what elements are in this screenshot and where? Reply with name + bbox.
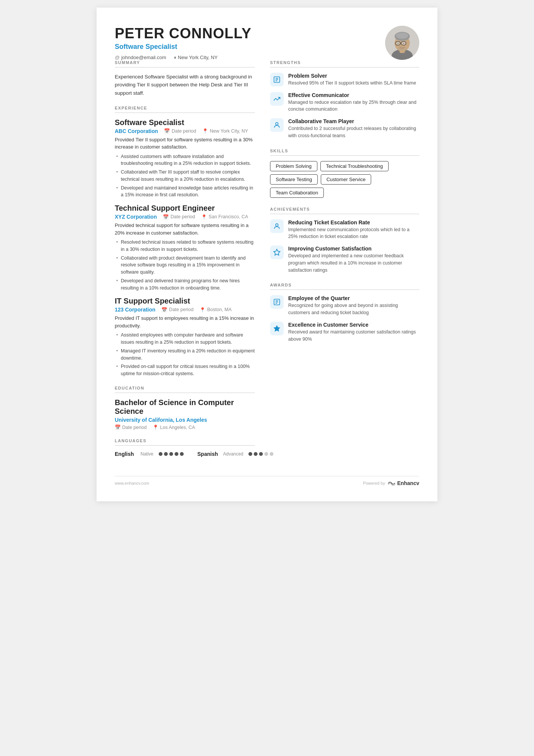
summary-section: SUMMARY Experienced Software Specialist …: [115, 60, 255, 97]
awards-label: AWARDS: [270, 283, 419, 287]
job-desc-3: Provided IT support to employees resulti…: [115, 315, 255, 329]
skill-1: Problem Solving: [270, 161, 317, 171]
achievement-content-2: Improving Customer Satisfaction Develope…: [288, 246, 419, 274]
header-contacts: @ johndoe@email.com ♦ New York City, NY: [115, 55, 251, 60]
awards-section: AWARDS Employee of the Quarter Recognize…: [270, 283, 419, 343]
edu-location: 📍 Los Angeles, CA: [153, 424, 195, 430]
experience-section: EXPERIENCE Software Specialist ABC Corpo…: [115, 106, 255, 377]
languages-label: LANGUAGES: [115, 438, 255, 443]
bullet-2-2: Collaborated with product development te…: [115, 255, 255, 276]
achievement-content-1: Reducing Ticket Escalation Rate Implemen…: [288, 219, 419, 241]
header-info: PETER CONNOLLY Software Specialist @ joh…: [115, 26, 251, 60]
header-section: PETER CONNOLLY Software Specialist @ joh…: [115, 26, 419, 60]
enhancv-logo: Enhancv: [387, 480, 419, 486]
lang-english-level: Native: [141, 451, 153, 457]
dot-en-3: [169, 452, 173, 456]
pin-icon-2: 📍: [201, 214, 207, 220]
strength-1: Problem Solver Resolved 95% of Tier II s…: [270, 73, 419, 87]
job-bullets-3: Assisted employees with computer hardwar…: [115, 332, 255, 377]
skill-3: Software Testing: [270, 174, 318, 185]
education-divider: [115, 393, 255, 393]
location-value: New York City, NY: [178, 55, 218, 60]
bullet-3-2: Managed IT inventory resulting in a 20% …: [115, 347, 255, 362]
job-date-3: 📅 Date period: [161, 307, 194, 313]
dot-es-2: [254, 452, 258, 456]
award-content-2: Excellence in Customer Service Received …: [288, 322, 419, 343]
job-title-3: IT Support Specialist: [115, 297, 255, 305]
lang-spanish: Spanish Advanced: [197, 451, 273, 457]
achievements-label: ACHIEVEMENTS: [270, 207, 419, 211]
award-1: Employee of the Quarter Recognized for g…: [270, 295, 419, 316]
job-title-1: Software Specialist: [115, 118, 255, 127]
strength-title-3: Collaborative Team Player: [288, 118, 419, 124]
dot-es-4: [264, 452, 268, 456]
job-desc-1: Provided Tier II support for software sy…: [115, 136, 255, 151]
strength-2: Effective Communicator Managed to reduce…: [270, 92, 419, 113]
achievement-1: Reducing Ticket Escalation Rate Implemen…: [270, 219, 419, 241]
job-meta-3: 123 Corporation 📅 Date period 📍 Boston, …: [115, 307, 255, 313]
strength-desc-3: Contributed to 2 successful product rele…: [288, 125, 419, 139]
footer: www.enhancv.com Powered by Enhancv: [115, 476, 419, 486]
brand-name: Enhancv: [397, 480, 419, 486]
job-meta-1: ABC Corporation 📅 Date period 📍 New York…: [115, 128, 255, 134]
summary-text: Experienced Software Specialist with a s…: [115, 73, 255, 97]
job-date-2: 📅 Date period: [163, 214, 195, 220]
job-bullets-2: Resolved technical issues related to sof…: [115, 239, 255, 291]
award-desc-1: Recognized for going above and beyond in…: [288, 302, 419, 316]
lang-row: English Native Spanish Advanced: [115, 451, 255, 457]
strength-content-3: Collaborative Team Player Contributed to…: [288, 118, 419, 139]
lang-spanish-level: Advanced: [223, 451, 243, 457]
skills-label: SKILLS: [270, 149, 419, 153]
email-icon: @: [115, 55, 120, 60]
calendar-icon-3: 📅: [161, 307, 167, 313]
job-entry-2: Technical Support Engineer XYZ Corporati…: [115, 204, 255, 291]
job-bullets-1: Assisted customers with software install…: [115, 153, 255, 199]
awards-divider: [270, 290, 419, 290]
bullet-1-3: Developed and maintained knowledge base …: [115, 185, 255, 199]
experience-divider: [115, 113, 255, 113]
job-meta-2: XYZ Corporation 📅 Date period 📍 San Fran…: [115, 214, 255, 220]
svg-point-11: [398, 43, 399, 44]
award-desc-2: Received award for maintaining customer …: [288, 329, 419, 343]
company-1: ABC Corporation: [115, 128, 158, 134]
lang-spanish-name: Spanish: [197, 451, 220, 457]
award-2: Excellence in Customer Service Received …: [270, 322, 419, 343]
svg-point-14: [398, 47, 407, 50]
footer-url: www.enhancv.com: [115, 481, 149, 485]
footer-powered: Powered by Enhancv: [363, 480, 419, 486]
job-location-1: 📍 New York City, NY: [202, 128, 248, 134]
award-icon-2: [270, 322, 284, 335]
achievement-desc-2: Developed and implemented a new customer…: [288, 252, 419, 274]
summary-divider: [115, 67, 255, 67]
edu-meta: 📅 Date period 📍 Los Angeles, CA: [115, 424, 255, 430]
strength-content-2: Effective Communicator Managed to reduce…: [288, 92, 419, 113]
bullet-2-3: Developed and delivered training program…: [115, 277, 255, 292]
calendar-icon-edu: 📅: [115, 425, 121, 430]
svg-point-17: [276, 224, 278, 226]
lang-english-name: English: [115, 451, 137, 457]
dot-en-4: [175, 452, 178, 456]
job-location-2: 📍 San Francisco, CA: [201, 214, 248, 220]
candidate-subtitle: Software Specialist: [115, 43, 251, 51]
bullet-2-1: Resolved technical issues related to sof…: [115, 239, 255, 253]
dot-en-5: [180, 452, 184, 456]
skill-4: Customer Service: [321, 174, 371, 185]
svg-point-16: [276, 122, 278, 125]
job-date-1: 📅 Date period: [164, 128, 196, 134]
strength-desc-2: Managed to reduce escalation rate by 25%…: [288, 99, 419, 113]
bullet-3-1: Assisted employees with computer hardwar…: [115, 332, 255, 346]
resume-page: PETER CONNOLLY Software Specialist @ joh…: [97, 8, 437, 501]
job-entry-1: Software Specialist ABC Corporation 📅 Da…: [115, 118, 255, 199]
dot-es-1: [248, 452, 252, 456]
bullet-1-2: Collaborated with Tier III support staff…: [115, 169, 255, 183]
strengths-section: STRENGTHS Problem Solver Resolved 95% of…: [270, 60, 419, 139]
achievement-icon-2: [270, 246, 284, 259]
languages-section: LANGUAGES English Native: [115, 438, 255, 457]
skills-divider: [270, 155, 419, 156]
strength-icon-2: [270, 92, 284, 106]
svg-marker-18: [274, 249, 280, 255]
strength-content-1: Problem Solver Resolved 95% of Tier II s…: [288, 73, 416, 87]
job-title-2: Technical Support Engineer: [115, 204, 255, 213]
experience-label: EXPERIENCE: [115, 106, 255, 110]
location-contact: ♦ New York City, NY: [174, 55, 218, 60]
